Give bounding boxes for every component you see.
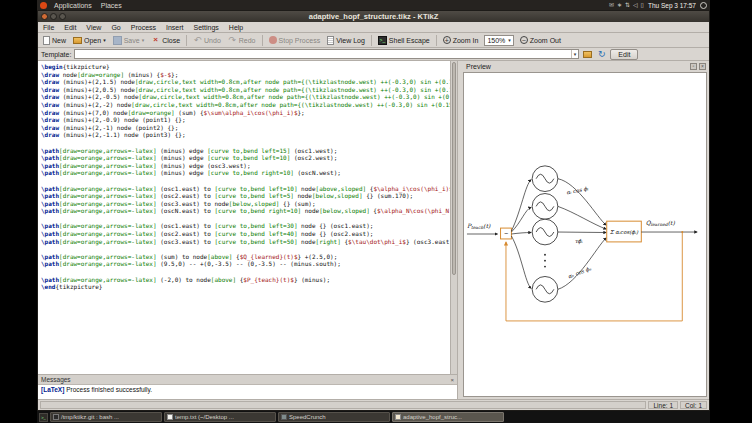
open-template-button[interactable] <box>582 49 593 60</box>
redo-button[interactable]: ↷Redo <box>225 35 259 46</box>
code-line[interactable]: \path[draw=orange,arrows=-latex] (9.5,0)… <box>41 260 450 268</box>
menu-process[interactable]: Process <box>126 24 161 31</box>
applications-menu[interactable]: Applications <box>52 2 94 9</box>
places-menu[interactable]: Places <box>99 2 124 9</box>
code-line[interactable]: \path[draw=orange,arrows=-latex] (osc3.e… <box>41 200 450 208</box>
new-button[interactable]: New <box>40 35 69 46</box>
titlebar[interactable]: adaptive_hopf_structure.tikz - KTikZ <box>38 11 709 22</box>
mail-icon[interactable]: ✉ <box>609 2 614 8</box>
preview-panel-header[interactable]: Preview ▫ × <box>463 61 709 72</box>
preview-title: Preview <box>466 63 491 70</box>
code-line[interactable]: \path[draw=orange,arrows=-latex] (sum) t… <box>41 253 450 261</box>
editor-scrollbar[interactable] <box>450 61 457 374</box>
code-line[interactable]: \draw (minus)+(2,-1) node (point2) {}; <box>41 124 450 132</box>
taskbar-item[interactable]: SpeedCrunch <box>278 412 390 422</box>
redo-icon: ↷ <box>228 36 237 45</box>
taskbar-item[interactable]: temp.txt (~/Desktop ... <box>164 412 276 422</box>
clock[interactable]: Thu Sep 3 17:57 <box>648 2 696 9</box>
code-line[interactable] <box>41 139 450 147</box>
code-line[interactable]: \draw (minus)+(2,0.5) node[draw,circle,t… <box>41 86 450 94</box>
code-line[interactable]: \path[draw=orange,arrows=-latex] (osc1.e… <box>41 222 450 230</box>
show-desktop-icon[interactable]: >_ <box>39 413 48 422</box>
close-window-icon[interactable] <box>41 13 48 20</box>
dropdown-arrow-icon: ▾ <box>142 37 145 43</box>
menu-insert[interactable]: Insert <box>161 24 189 31</box>
taskbar-item[interactable]: adaptive_hopf_struc... <box>392 412 504 422</box>
code-line[interactable]: \path[draw=orange,arrows=-latex] (minus)… <box>41 147 450 155</box>
code-line[interactable] <box>41 268 450 276</box>
code-line[interactable] <box>41 215 450 223</box>
folder-icon <box>583 51 592 58</box>
preview-diagram: Pteach(t) − <box>464 73 706 396</box>
gain-bottom-label: αₙ cos ϕₙ <box>567 265 593 280</box>
code-editor[interactable]: \begin{tikzpicture}\draw node[draw=orang… <box>38 61 458 374</box>
edit-template-button[interactable]: Edit <box>610 49 638 60</box>
gain-top-label: αᵢ cos ϕᵢ <box>566 185 590 196</box>
code-line[interactable]: \draw (minus)+(2,-0.5) node[draw,circle,… <box>41 93 450 101</box>
window-buttons <box>41 13 66 20</box>
menu-settings[interactable]: Settings <box>189 24 224 31</box>
zoom-in-button[interactable]: +Zoom In <box>440 35 482 45</box>
latex-tag: [LaTeX] <box>41 386 64 393</box>
view-log-button[interactable]: View Log <box>324 35 368 46</box>
code-line[interactable] <box>41 177 450 185</box>
ktikz-icon <box>395 414 401 420</box>
volume-icon[interactable]: ◁ <box>633 2 638 8</box>
menu-edit[interactable]: Edit <box>59 24 81 31</box>
code-line[interactable]: \draw (minus)+(2,1.5) node[draw,circle,t… <box>41 78 450 86</box>
code-line[interactable]: \path[draw=orange,arrows=-latex] (osc2.e… <box>41 192 450 200</box>
code-line[interactable]: \end{tikzpicture} <box>41 283 450 291</box>
taskbar-item[interactable]: /tmp/ktikz.git : bash ... <box>50 412 162 422</box>
code-line[interactable]: \path[draw=orange,arrows=-latex] (oscN.e… <box>41 207 450 215</box>
code-line[interactable]: \path[draw=orange,arrows=-latex] (osc3.e… <box>41 238 450 246</box>
main-area: \begin{tikzpicture}\draw node[draw=orang… <box>38 61 709 399</box>
menu-go[interactable]: Go <box>106 24 125 31</box>
ubuntu-logo-icon[interactable] <box>40 2 47 9</box>
close-button[interactable]: ×Close <box>148 35 183 46</box>
close-icon: × <box>151 36 160 45</box>
viewlog-icon <box>327 36 334 45</box>
code-line[interactable]: \path[draw=orange,arrows=-latex] (minus)… <box>41 162 450 170</box>
toolbar-separator <box>186 35 187 46</box>
maximize-window-icon[interactable] <box>59 13 66 20</box>
code-line[interactable]: \begin{tikzpicture} <box>41 63 450 71</box>
preview-panel: Preview ▫ × Pteach(t) <box>463 61 709 399</box>
template-combo[interactable]: ▾ <box>74 49 579 59</box>
code-line[interactable]: \draw (minus)+(2,-2) node[draw,circle,te… <box>41 101 450 109</box>
undo-button[interactable]: ↶Undo <box>190 35 224 46</box>
code-line[interactable]: \draw (minus)+(7,0) node[draw=orange] (s… <box>41 109 450 117</box>
close-messages-icon[interactable]: × <box>450 377 454 383</box>
reload-template-button[interactable]: ↻ <box>596 49 607 60</box>
preview-content[interactable]: Pteach(t) − <box>463 72 707 397</box>
code-line[interactable]: \path[draw=orange,arrows=-latex] (minus)… <box>41 169 450 177</box>
menu-help[interactable]: Help <box>224 24 248 31</box>
save-button[interactable]: Save▾ <box>110 35 147 46</box>
close-panel-icon[interactable]: × <box>699 63 706 70</box>
code-line[interactable]: \draw node[draw=orange] (minus) {$-$}; <box>41 71 450 79</box>
zoom-out-button[interactable]: −Zoom Out <box>517 35 564 45</box>
open-button[interactable]: Open▾ <box>70 36 109 45</box>
minus-sign: − <box>504 230 508 237</box>
float-panel-icon[interactable]: ▫ <box>690 63 697 70</box>
network-icon[interactable]: ⇅ <box>625 2 630 8</box>
code-line[interactable]: \draw (minus)+(2,-0.9) node (point1) {}; <box>41 116 450 124</box>
code-line[interactable]: \path[draw=orange,arrows=-latex] (osc1.e… <box>41 185 450 193</box>
code-line[interactable]: \path[draw=orange,arrows=-latex] (osc2.e… <box>41 230 450 238</box>
stop-process-button[interactable]: Stop Process <box>266 35 324 45</box>
code-line[interactable]: \path[draw=orange,arrows=-latex] (minus)… <box>41 154 450 162</box>
code-line[interactable]: \draw (minus)+(2,-1.1) node (point3) {}; <box>41 131 450 139</box>
menu-file[interactable]: File <box>38 24 59 31</box>
battery-icon[interactable]: ▯ <box>641 2 644 8</box>
toolbar-separator <box>436 35 437 46</box>
minimize-window-icon[interactable] <box>50 13 57 20</box>
save-icon <box>113 36 122 45</box>
code-area[interactable]: \begin{tikzpicture}\draw node[draw=orang… <box>38 61 450 374</box>
code-line[interactable] <box>41 245 450 253</box>
bluetooth-icon[interactable]: ∗ <box>617 2 622 8</box>
menu-view[interactable]: View <box>81 24 106 31</box>
zoom-level-combo[interactable]: 150%▾ <box>484 35 513 46</box>
shell-escape-button[interactable]: >_Shell Escape <box>375 35 433 46</box>
code-line[interactable]: \path[draw=orange,arrows=-latex] (-2,0) … <box>41 276 450 284</box>
power-icon[interactable] <box>700 2 707 9</box>
scrollbar-thumb[interactable] <box>452 62 456 275</box>
